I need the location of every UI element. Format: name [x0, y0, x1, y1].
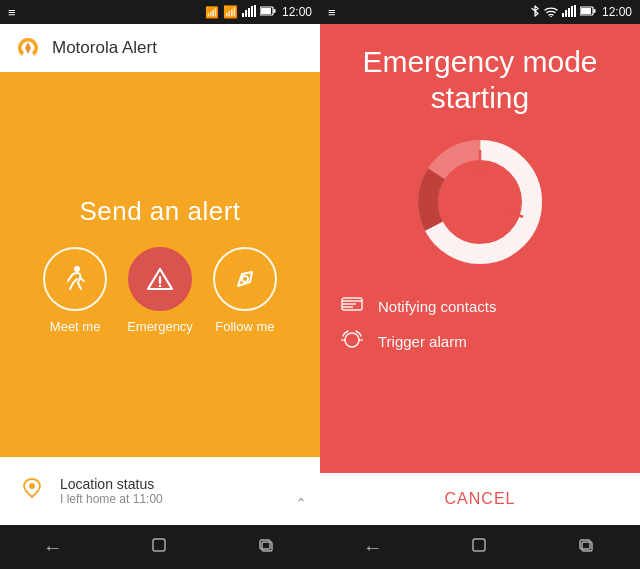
emergency-title: Emergency mode starting — [340, 44, 620, 116]
location-info: Location status I left home at 11:00 — [16, 475, 163, 507]
bluetooth-icon-r — [530, 5, 540, 19]
alert-buttons-row: Meet me Emergency — [43, 247, 277, 334]
meet-me-group: Meet me — [43, 247, 107, 334]
status-bar-left-icons: ≡ — [8, 5, 16, 20]
contacts-icon — [340, 296, 364, 317]
svg-rect-36 — [473, 539, 485, 551]
trigger-alarm-item: Trigger alarm — [340, 329, 620, 354]
alarm-icon — [340, 329, 364, 354]
emergency-button[interactable] — [128, 247, 192, 311]
svg-rect-4 — [254, 5, 256, 17]
hamburger-icon: ≡ — [8, 5, 16, 20]
svg-point-16 — [550, 16, 552, 17]
chevron-up-icon[interactable]: ‸ — [298, 480, 304, 502]
battery-icon — [260, 6, 276, 18]
emergency-modal: Emergency mode starting — [320, 24, 640, 473]
meet-me-label: Meet me — [50, 319, 101, 334]
svg-rect-2 — [248, 8, 250, 17]
svg-point-11 — [242, 276, 248, 282]
donut-chart — [410, 132, 550, 272]
svg-rect-21 — [574, 5, 576, 17]
svg-rect-3 — [251, 6, 253, 17]
status-bar-right-left: ≡ — [328, 5, 336, 20]
svg-point-35 — [345, 333, 359, 347]
trigger-alarm-label: Trigger alarm — [378, 333, 467, 350]
svg-point-12 — [29, 483, 35, 489]
svg-rect-1 — [245, 10, 247, 17]
bluetooth-icon: 📶 — [205, 6, 219, 19]
home-button-right[interactable] — [468, 534, 490, 561]
app-header: Motorola Alert — [0, 24, 320, 72]
location-title: Location status — [60, 476, 163, 492]
back-button-right[interactable]: ← — [363, 536, 383, 559]
donut-chart-svg — [410, 132, 550, 272]
send-alert-title: Send an alert — [79, 196, 240, 227]
time-left: 12:00 — [282, 5, 312, 19]
home-button[interactable] — [148, 534, 170, 561]
svg-rect-13 — [153, 539, 165, 551]
cancel-bar: Cancel — [320, 473, 640, 525]
meet-me-button[interactable] — [43, 247, 107, 311]
follow-me-button[interactable] — [213, 247, 277, 311]
emergency-group: Emergency — [127, 247, 193, 334]
location-subtitle: I left home at 11:00 — [60, 492, 163, 506]
svg-rect-23 — [593, 9, 595, 13]
notifying-contacts-label: Notifying contacts — [378, 298, 496, 315]
status-bar-left: ≡ 📶 📶 12:00 — [0, 0, 320, 24]
recents-button[interactable] — [255, 534, 277, 561]
back-button[interactable]: ← — [43, 536, 63, 559]
main-content: Send an alert Meet me — [0, 72, 320, 457]
svg-rect-17 — [562, 13, 564, 17]
phone-right: ≡ — [320, 0, 640, 569]
svg-rect-7 — [261, 8, 271, 14]
status-bar-right: ≡ — [320, 0, 640, 24]
app-title: Motorola Alert — [52, 38, 157, 58]
svg-rect-6 — [273, 9, 275, 13]
svg-rect-19 — [568, 8, 570, 17]
svg-rect-24 — [581, 8, 591, 14]
location-text: Location status I left home at 11:00 — [60, 476, 163, 506]
emergency-actions: Notifying contacts Trigger alarm — [340, 288, 620, 362]
recents-button-right[interactable] — [575, 534, 597, 561]
battery-icon-r — [580, 6, 596, 18]
notifying-contacts-item: Notifying contacts — [340, 296, 620, 317]
nav-bar-right: ← — [320, 525, 640, 569]
wifi-icon: 📶 — [223, 5, 238, 19]
svg-point-10 — [159, 284, 161, 286]
motorola-logo — [14, 34, 42, 62]
svg-rect-20 — [571, 6, 573, 17]
signal-icon-r — [562, 5, 576, 19]
location-status-bar: Location status I left home at 11:00 ‸ — [0, 457, 320, 525]
follow-me-group: Follow me — [213, 247, 277, 334]
status-bar-right-right: 12:00 — [530, 5, 632, 19]
svg-rect-0 — [242, 13, 244, 17]
location-icon-wrap — [16, 475, 48, 507]
cancel-button[interactable]: Cancel — [445, 490, 516, 508]
status-bar-right-icons: 📶 📶 12:00 — [205, 5, 312, 19]
follow-me-label: Follow me — [215, 319, 274, 334]
nav-bar-left: ← — [0, 525, 320, 569]
svg-point-8 — [74, 266, 80, 272]
emergency-label: Emergency — [127, 319, 193, 334]
signal-bars-icon — [242, 5, 256, 19]
svg-rect-18 — [565, 10, 567, 17]
wifi-icon-r — [544, 6, 558, 19]
time-right: 12:00 — [602, 5, 632, 19]
phone-left: ≡ 📶 📶 12:00 — [0, 0, 320, 569]
location-wifi-icon — [18, 477, 46, 505]
menu-icon-right: ≡ — [328, 5, 336, 20]
